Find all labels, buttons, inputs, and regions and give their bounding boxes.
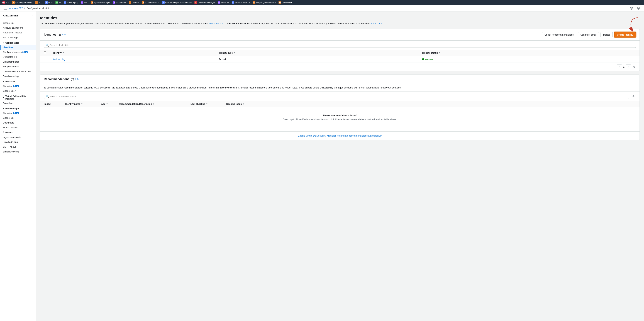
empty-check-bold: Check for recommendations — [335, 118, 366, 121]
create-identity-button[interactable]: Create identity — [614, 32, 636, 37]
recommendations-search-box[interactable]: 🔍 — [44, 94, 629, 99]
sidebar-item-reputation-metrics[interactable]: Reputation metrics — [0, 30, 36, 35]
identity-type-sort[interactable]: Identity type ▼ — [219, 51, 235, 54]
nav-lambda[interactable]: λ Lambda — [128, 1, 140, 4]
identity-type-col-header[interactable]: Identity type ▼ — [216, 50, 418, 56]
sidebar-item-email-archiving[interactable]: Email archiving — [0, 149, 36, 154]
nav-codedeploy[interactable]: ⬡ CodeDeploy — [63, 1, 79, 4]
resolve-issue-sort[interactable]: Resolve issue ▼ — [226, 103, 244, 105]
row-checkbox[interactable] — [44, 58, 46, 60]
s3-icon: S3 — [56, 1, 58, 4]
sidebar-section-configuration[interactable]: ▼ Configuration — [0, 40, 36, 45]
nav-certificate-manager[interactable]: 🔒 Certificate Manager — [194, 1, 216, 4]
nav-sqs[interactable]: ⬡ Simple Queue Service — [252, 1, 276, 4]
identity-status-col-header[interactable]: Identity status ▼ — [418, 50, 640, 56]
nav-s3[interactable]: S3 S3 — [54, 1, 62, 4]
nav-ec2[interactable]: ⬡ EC2 — [34, 1, 43, 4]
sidebar-title: Amazon SES — [3, 14, 18, 17]
learn-more-link-2[interactable]: Learn more ↗ — [371, 22, 385, 25]
last-checked-col-header[interactable]: Last checked ▼ — [187, 101, 223, 107]
resolve-issue-col-header[interactable]: Resolve issue ▼ — [223, 101, 640, 107]
identities-search-box[interactable]: 🔍 — [44, 43, 636, 48]
status-dot — [422, 58, 424, 60]
sidebar-item-vdm-overview[interactable]: Overview — [0, 101, 36, 106]
identities-search-input[interactable] — [50, 44, 634, 46]
sidebar-item-cross-account[interactable]: Cross-account notifications — [0, 69, 36, 74]
identities-bold: Identities — [45, 22, 55, 25]
sidebar-item-get-set-up[interactable]: Get set up — [0, 20, 36, 25]
sidebar-item-smtp-settings[interactable]: SMTP settings — [0, 35, 36, 40]
sidebar-item-configuration-sets[interactable]: Configuration sets New — [0, 50, 36, 54]
sidebar-item-email-add-ons[interactable]: Email add-ons — [0, 140, 36, 144]
table-row: tsukpa.blog Domain Verified — [40, 56, 640, 62]
sidebar-item-suppression-list[interactable]: Suppression list — [0, 64, 36, 69]
nav-iam[interactable]: IAM IAM — [2, 1, 10, 4]
sidebar-item-account-dashboard[interactable]: Account dashboard — [0, 25, 36, 30]
sidebar-item-email-templates[interactable]: Email templates — [0, 59, 36, 64]
sidebar-section-workmail[interactable]: ▼ WorkMail — [0, 79, 36, 84]
nav-vpc[interactable]: ⬡ VPC — [80, 1, 89, 4]
sm-icon: ⚙ — [91, 1, 94, 4]
recommendations-info-link[interactable]: Info — [75, 78, 79, 80]
recommendation-sort[interactable]: Recommendation/Description ▼ — [119, 103, 154, 105]
sidebar-item-traffic-policies[interactable]: Traffic policies — [0, 125, 36, 130]
nav-cloudwatch[interactable]: 📊 CloudWatch — [278, 1, 294, 4]
configuration-sets-badge: New — [22, 51, 28, 53]
sidebar-item-email-receiving[interactable]: Email receiving — [0, 74, 36, 79]
send-test-email-button[interactable]: Send test email — [578, 32, 599, 37]
identities-table: Identity ▼ Identity type ▼ — [40, 50, 640, 63]
identities-info-link[interactable]: Info — [62, 33, 66, 36]
recommendations-search-input[interactable] — [50, 95, 627, 98]
delete-button[interactable]: Delete — [600, 32, 613, 37]
last-checked-sort[interactable]: Last checked ▼ — [190, 103, 208, 105]
sidebar-item-dedicated-ips[interactable]: Dedicated IPs — [0, 54, 36, 59]
cw-icon: 📊 — [278, 1, 281, 4]
identity-status-sort[interactable]: Identity status ▼ — [422, 51, 440, 54]
recommendations-settings-icon[interactable]: ⚙ — [631, 94, 636, 99]
sidebar-item-smtp-relays[interactable]: SMTP relays — [0, 144, 36, 149]
sidebar-item-mail-manager-getsetup[interactable]: Get set up — [0, 115, 36, 120]
identity-col-header[interactable]: Identity ▼ — [50, 50, 216, 56]
info-button[interactable]: i — [629, 6, 634, 11]
sidebar-item-mail-manager-overview[interactable]: Overview New — [0, 111, 36, 115]
check-recommendations-button[interactable]: Check for recommendations — [542, 32, 576, 37]
sidebar-section-mail-manager[interactable]: ▼ Mail Manager — [0, 106, 36, 111]
learn-more-link-1[interactable]: Learn more ↗ — [209, 22, 223, 25]
nav-bedrock[interactable]: ⬡ Amazon Bedrock — [231, 1, 251, 4]
sidebar-section-vdm[interactable]: ▼ Virtual Deliverability Manager — [0, 93, 36, 101]
nav-route53[interactable]: ⬡ Route 53 — [217, 1, 230, 4]
nav-systems-manager[interactable]: ⚙ Systems Manager — [90, 1, 111, 4]
pagination-next-button[interactable]: › — [626, 64, 631, 69]
codedeploy-icon: ⬡ — [64, 1, 66, 4]
age-sort[interactable]: Age ▼ — [101, 103, 108, 105]
age-col-header[interactable]: Age ▼ — [98, 101, 116, 107]
sidebar-item-ingress-endpoints[interactable]: Ingress endpoints — [0, 135, 36, 140]
sidebar-item-mail-manager-dashboard[interactable]: Dashboard — [0, 120, 36, 125]
nav-rds[interactable]: 🗄 RDS — [44, 1, 54, 4]
pagination-settings-icon[interactable]: ⚙ — [632, 64, 637, 69]
hamburger-button[interactable] — [3, 6, 8, 11]
age-sort-icon: ▼ — [106, 103, 108, 105]
nav-cloudformation[interactable]: ☁ CloudFormation — [141, 1, 160, 4]
nav-cloudfront[interactable]: ☁ CloudFront — [112, 1, 127, 4]
sidebar-item-workmail-overview[interactable]: Overview New — [0, 84, 36, 88]
recommendation-sort-icon: ▼ — [152, 103, 154, 105]
recommendations-search-row: 🔍 ⚙ — [40, 92, 640, 101]
sidebar-item-workmail-getsetup[interactable]: Get set up ↗ — [0, 88, 36, 93]
select-all-checkbox[interactable] — [44, 51, 46, 54]
settings-button[interactable] — [636, 6, 641, 11]
nav-ses[interactable]: ✉ Amazon Simple Email Service — [161, 1, 193, 4]
recommendation-col-header[interactable]: Recommendation/Description ▼ — [116, 101, 187, 107]
pagination-prev-button[interactable]: ‹ — [617, 64, 622, 69]
identity-name-col-header[interactable]: Identity name ▼ — [62, 101, 98, 107]
sidebar-collapse-button[interactable]: ‹ — [32, 14, 33, 17]
enable-vdm-link[interactable]: Enable Virtual Deliverability Manager to… — [40, 131, 640, 140]
identity-name-sort[interactable]: Identity name ▼ — [65, 103, 83, 105]
identity-sort[interactable]: Identity ▼ — [53, 51, 64, 54]
sidebar-item-rule-sets[interactable]: Rule sets — [0, 130, 36, 135]
identity-link[interactable]: tsukpa.blog — [53, 58, 65, 61]
identities-select-all-col — [40, 50, 50, 56]
nav-organizations[interactable]: ☁ AWS Organizations — [11, 1, 34, 4]
sidebar-item-identities[interactable]: Identities — [0, 45, 36, 50]
breadcrumb-ses-link[interactable]: Amazon SES — [9, 7, 23, 9]
